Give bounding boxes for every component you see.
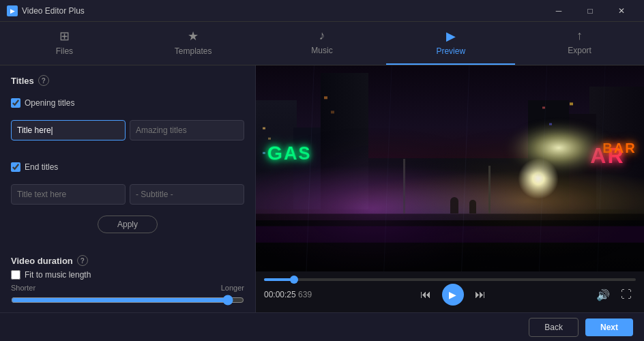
window-controls: ─ □ ✕ <box>543 0 637 22</box>
nav-preview-label: Preview <box>436 46 465 56</box>
fit-music-checkbox-label[interactable]: Fit to music length <box>11 270 244 280</box>
playback-controls: ⏮ ▶ ⏭ <box>416 284 490 306</box>
neon-bar-sign: BAR <box>602 140 636 156</box>
title-bar: ▶ Video Editor Plus ─ □ ✕ <box>0 0 644 22</box>
nav-music-label: Music <box>311 46 332 55</box>
end-title-input[interactable] <box>11 184 126 205</box>
opening-titles-checkbox-label[interactable]: Opening titles <box>11 98 244 108</box>
opening-titles-checkbox[interactable] <box>11 98 20 108</box>
fit-music-label: Fit to music length <box>25 270 91 280</box>
back-button[interactable]: Back <box>529 318 579 337</box>
figure-2 <box>469 200 476 213</box>
fit-music-checkbox[interactable] <box>11 270 20 280</box>
longer-label: Longer <box>221 284 244 292</box>
end-titles-checkbox-label[interactable]: End titles <box>11 162 244 172</box>
templates-icon: ★ <box>188 29 199 44</box>
nav-files[interactable]: ⊞ Files <box>0 22 129 65</box>
figure-1 <box>450 197 458 213</box>
rewind-button[interactable]: ⏮ <box>416 285 435 304</box>
total-value: 00:04:35 <box>212 311 244 312</box>
opening-titles-inputs <box>11 120 244 140</box>
nav-templates[interactable]: ★ Templates <box>129 22 258 65</box>
app-title: Video Editor Plus <box>22 6 85 16</box>
end-titles-checkbox[interactable] <box>11 162 20 172</box>
minimize-button[interactable]: ─ <box>543 0 574 22</box>
app-title-area: ▶ Video Editor Plus <box>7 5 85 16</box>
duration-section: Video duration ? Fit to music length Sho… <box>11 255 244 312</box>
fast-forward-button[interactable]: ⏭ <box>471 285 490 304</box>
apply-button-row: Apply <box>11 216 244 233</box>
volume-control: 🔊 ⛶ <box>594 285 636 304</box>
opening-titles-text: Opening titles <box>25 98 74 108</box>
progress-bar[interactable] <box>264 278 636 281</box>
end-titles-text: End titles <box>25 162 58 172</box>
video-scene: GAS AR BAR <box>256 65 644 271</box>
duration-slider[interactable] <box>11 295 244 306</box>
apply-button[interactable]: Apply <box>98 216 158 233</box>
bottom-bar: Back Next <box>0 312 644 341</box>
files-icon: ⊞ <box>59 29 70 44</box>
lamp-post-1 <box>403 159 405 213</box>
progress-thumb <box>290 276 298 284</box>
maximize-button[interactable]: □ <box>574 0 606 22</box>
slider-labels: Shorter Longer <box>11 284 244 292</box>
neon-gas-sign: GAS <box>267 142 312 164</box>
total-duration-row: Total duration: 00:04:35 <box>11 311 244 312</box>
left-panel: Titles ? Opening titles End titles Apply <box>0 65 256 312</box>
video-preview-panel: GAS AR BAR <box>256 65 644 312</box>
progress-row <box>264 278 636 281</box>
app-icon: ▶ <box>7 5 18 16</box>
music-icon: ♪ <box>319 29 325 43</box>
title-input[interactable] <box>11 120 126 140</box>
duration-help-icon[interactable]: ? <box>77 255 88 266</box>
frame-number: 639 <box>298 290 312 299</box>
light-orb <box>518 158 559 199</box>
video-controls: 00:00:25 639 ⏮ ▶ ⏭ 🔊 ⛶ <box>256 271 644 312</box>
titles-section-header: Titles ? <box>11 75 244 86</box>
nav-export[interactable]: ↑ Export <box>515 22 644 65</box>
total-label: Total duration: <box>11 311 62 312</box>
preview-icon: ▶ <box>446 29 456 44</box>
current-time: 00:00:25 <box>264 290 296 299</box>
lamp-post-2 <box>488 166 491 213</box>
close-button[interactable]: ✕ <box>606 0 637 22</box>
next-button[interactable]: Next <box>585 318 633 336</box>
time-display: 00:00:25 639 <box>264 290 312 299</box>
shorter-label: Shorter <box>11 284 35 292</box>
nav-export-label: Export <box>568 46 591 55</box>
export-icon: ↑ <box>576 29 583 43</box>
play-button[interactable]: ▶ <box>442 284 464 306</box>
subtitle-input[interactable] <box>130 184 244 205</box>
nav-preview[interactable]: ▶ Preview <box>386 22 515 65</box>
duration-header: Video duration ? <box>11 255 244 266</box>
titles-label: Titles <box>11 76 34 86</box>
fullscreen-button[interactable]: ⛶ <box>617 285 636 304</box>
main-content: Titles ? Opening titles End titles Apply <box>0 65 644 312</box>
titles-help-icon[interactable]: ? <box>38 75 49 86</box>
nav-templates-label: Templates <box>175 46 212 56</box>
nav-music[interactable]: ♪ Music <box>258 22 387 65</box>
end-titles-inputs <box>11 184 244 205</box>
top-navigation: ⊞ Files ★ Templates ♪ Music ▶ Preview ↑ … <box>0 22 644 65</box>
volume-icon[interactable]: 🔊 <box>594 285 613 304</box>
nav-files-label: Files <box>56 46 73 56</box>
duration-label: Video duration <box>11 256 73 266</box>
controls-row: 00:00:25 639 ⏮ ▶ ⏭ 🔊 ⛶ <box>264 284 636 306</box>
video-preview: GAS AR BAR <box>256 65 644 271</box>
amazing-titles-input[interactable] <box>130 120 244 140</box>
